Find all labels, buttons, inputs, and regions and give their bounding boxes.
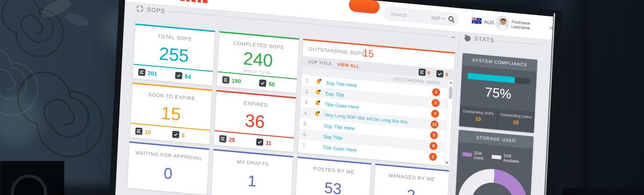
sops-section-title: SOPS xyxy=(147,6,165,14)
locale-label: AUS xyxy=(484,19,494,25)
search-scope-value: SOP xyxy=(431,15,441,21)
search-icon[interactable] xyxy=(448,15,455,23)
avatar xyxy=(496,16,509,31)
card-value: 53 xyxy=(296,177,370,195)
sop-title-link[interactable]: Sop Title Here xyxy=(326,80,357,88)
check-count: 6 xyxy=(445,72,448,77)
card-completed-sops: COMPLETED SOPS 240 90% OF TOTAL 190 50 xyxy=(217,31,300,94)
pie-chart-icon xyxy=(463,34,471,42)
card-managed-by-me: MANAGED BY ME 2 xyxy=(373,164,449,195)
row-number: 1. xyxy=(306,78,310,84)
card-footer: 201 54 xyxy=(133,64,213,85)
check-count: 50 xyxy=(268,80,275,87)
card-my-drafts: MY DRAFTS 1 xyxy=(211,149,294,195)
outstanding-users-badge: 3 xyxy=(431,109,439,118)
document-count-icon xyxy=(419,68,426,76)
outstanding-users-badge: 8 xyxy=(429,142,438,151)
check-count: 11 xyxy=(266,139,272,146)
card-waiting-for-approval: WAITING FOR APPROVAL 0 xyxy=(127,141,210,195)
compliance-progress-track xyxy=(468,73,531,85)
user-name: Firstname Lastname xyxy=(511,20,546,32)
notification-bell-icon xyxy=(315,88,322,96)
checkbox-count-icon xyxy=(175,72,182,79)
outstanding-list: 1. Sop Title Here 1 2. Sop Title 2 3. xyxy=(298,75,448,166)
outstanding-title: OUTSTANDING SOPS xyxy=(308,46,365,57)
check-count: 5 xyxy=(182,132,185,139)
legend-item-used: 2GB Used xyxy=(462,149,492,161)
sop-title-link[interactable]: Sop Title xyxy=(323,134,342,141)
speaker-box xyxy=(0,161,64,195)
collapse-dash-icon[interactable] xyxy=(451,36,455,38)
sop-title-link[interactable]: Title Goes Here xyxy=(322,144,357,153)
sop-title-link[interactable]: Sop Title xyxy=(325,91,344,98)
document-count: 201 xyxy=(147,70,157,77)
checkbox-count-icon xyxy=(436,70,444,77)
card-value: 1 xyxy=(212,170,292,192)
desk-object xyxy=(562,188,644,195)
scroll-up-icon[interactable] xyxy=(449,81,452,84)
outstanding-users-badge: 5 xyxy=(430,131,438,140)
card-title: TOTAL SOPS xyxy=(135,31,215,43)
chevron-down-icon xyxy=(442,16,445,20)
compliance-cells: Outstanding SOPs 15 Outstanding Users 18 xyxy=(459,106,535,133)
search-input[interactable] xyxy=(390,10,432,21)
australia-flag-icon xyxy=(472,17,482,24)
row-number: 3. xyxy=(305,100,309,105)
legend-swatch-available xyxy=(492,155,501,159)
search-scope-dropdown[interactable]: SOP xyxy=(431,15,445,22)
document-count-icon xyxy=(219,135,227,143)
card-value: 0 xyxy=(128,162,208,184)
compliance-cell: Outstanding SOPs 15 xyxy=(459,106,497,130)
scrollbar-thumb[interactable] xyxy=(449,87,453,99)
view-all-link[interactable]: VIEW ALL xyxy=(337,62,359,69)
sync-icon xyxy=(136,4,144,13)
document-count: 9 xyxy=(427,70,430,75)
card-footer: 25 11 xyxy=(214,130,294,152)
storage-used-card: STORAGE USED 2GB Used 1GB Available xyxy=(452,130,533,195)
sop-title-link[interactable]: Sop Title Here xyxy=(323,123,355,131)
check-count: 54 xyxy=(184,73,191,80)
card-value: 36 xyxy=(215,109,295,134)
row-number: 6. xyxy=(303,132,307,137)
document-count-icon xyxy=(222,76,230,84)
row-number: 5. xyxy=(303,121,308,127)
brand-logo-mark xyxy=(180,0,210,4)
primary-action-button[interactable] xyxy=(349,0,380,14)
card-title: SOON TO EXPIRE xyxy=(132,90,212,102)
card-outstanding-sops: OUTSTANDING SOPS 15 SOP TITLE VIEW ALL 9… xyxy=(297,39,455,166)
sop-title-link[interactable]: Title Goes Here xyxy=(325,101,359,110)
scene: SOP xyxy=(0,0,644,195)
row-number: 2. xyxy=(305,89,309,94)
notification-bell-icon xyxy=(313,110,321,117)
card-posted-by-me: POSTED BY ME 53 xyxy=(295,157,371,195)
row-number: 4. xyxy=(304,110,308,116)
legend-label: 1GB Available xyxy=(503,153,528,165)
legend-item-available: 1GB Available xyxy=(491,152,528,165)
card-title: EXPIRED xyxy=(216,98,296,110)
outstanding-users-badge: 1 xyxy=(432,88,441,97)
notification-bell-icon xyxy=(315,78,322,85)
card-footer: 10 5 xyxy=(130,123,210,144)
stats-section-title: STATS xyxy=(474,36,495,44)
checkbox-count-icon xyxy=(256,138,264,146)
user-menu[interactable]: Firstname Lastname xyxy=(496,16,553,35)
card-title: MANAGED BY ME xyxy=(375,171,449,183)
document-count-icon xyxy=(135,127,143,135)
document-count-icon xyxy=(138,68,146,76)
row-number: 7. xyxy=(302,143,307,148)
compliance-percent: 75% xyxy=(461,83,536,104)
compliance-title: SYSTEM COMPLIANCE xyxy=(462,53,537,72)
dashboard-screen: SOP xyxy=(108,0,553,195)
scroll-down-icon[interactable] xyxy=(446,162,448,164)
document-count: 190 xyxy=(231,77,241,85)
system-compliance-card: SYSTEM COMPLIANCE 75% Outstanding SOPs 1… xyxy=(459,53,538,133)
speaker-lens xyxy=(11,174,47,195)
card-soon-to-expire: SOON TO EXPIRE 15 10 5 xyxy=(129,82,212,144)
monitor-bezel: SOP xyxy=(102,0,562,195)
outstanding-count: 15 xyxy=(363,47,374,59)
compliance-cell: Outstanding Users 18 xyxy=(497,109,535,133)
card-value: 2 xyxy=(374,184,448,195)
card-total-sops: TOTAL SOPS 255 201 54 xyxy=(133,23,216,86)
storage-title: STORAGE USED xyxy=(458,130,533,149)
card-expired: EXPIRED 36 25 11 xyxy=(213,90,296,152)
